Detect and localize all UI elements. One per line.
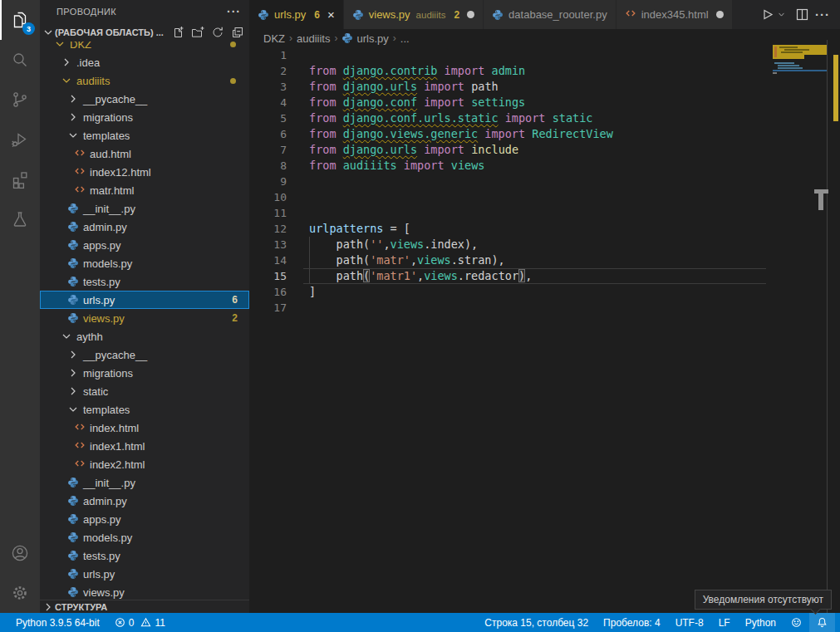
code-line-1[interactable]: 1: [249, 47, 840, 63]
code-line-3[interactable]: 3from django.urls import path: [249, 79, 840, 95]
breadcrumb-item[interactable]: DKZ: [263, 32, 285, 45]
code-line-content: [287, 300, 309, 316]
tree-item-models-py[interactable]: models.py: [40, 528, 249, 546]
split-editor-icon[interactable]: [795, 7, 809, 22]
tree-item-static[interactable]: static: [40, 382, 249, 400]
code-line-13[interactable]: 13 path('',views.index),: [249, 237, 840, 252]
code-line-content: path('',views.index),: [287, 237, 478, 252]
tree-item-DKZ[interactable]: DKZ: [40, 42, 249, 53]
tree-item-tests-py[interactable]: tests.py: [40, 272, 249, 291]
activity-bar-search[interactable]: [0, 40, 40, 80]
tab-views-py[interactable]: views.pyaudiiits2: [344, 0, 483, 29]
activity-bar-run-debug[interactable]: [0, 120, 40, 159]
activity-bar-extensions[interactable]: [0, 159, 40, 199]
activity-bar-settings[interactable]: [0, 573, 40, 613]
tab-database-roouter-py[interactable]: database_roouter.py: [484, 0, 616, 29]
tree-item-index12-html[interactable]: index12.html: [40, 163, 249, 181]
python-version-item[interactable]: Python 3.9.5 64-bit: [8, 613, 107, 632]
tree-item-index1-html[interactable]: index1.html: [40, 437, 249, 455]
tree-item-apps-py[interactable]: apps.py: [40, 236, 249, 254]
notifications-bell-item[interactable]: [809, 613, 835, 632]
new-folder-icon[interactable]: [189, 24, 206, 41]
tree-item--idea[interactable]: .idea: [40, 53, 249, 71]
editor-group: urls.py6×views.pyaudiiits2database_roout…: [249, 0, 840, 613]
line-number: 1: [249, 47, 287, 63]
tab-index345-html[interactable]: index345.html: [616, 0, 732, 29]
refresh-icon[interactable]: [209, 24, 226, 41]
tab-urls-py[interactable]: urls.py6×: [249, 0, 343, 29]
dirty-indicator-icon[interactable]: [467, 11, 474, 18]
tree-item-urls-py[interactable]: urls.py: [40, 565, 249, 583]
dirty-indicator-icon[interactable]: [716, 11, 724, 18]
code-editor[interactable]: 12from django.contrib import admin3from …: [249, 47, 840, 613]
outline-section-header[interactable]: СТРУКТУРА: [40, 600, 249, 613]
tree-item-views-py[interactable]: views.py: [40, 583, 249, 600]
breadcrumb-item[interactable]: audiiits: [297, 32, 330, 45]
tree-item--pycache-[interactable]: __pycache__: [40, 345, 249, 364]
breadcrumb: DKZ›audiiits›urls.py›...: [249, 29, 840, 47]
activity-bar-source-control[interactable]: [0, 80, 40, 120]
activity-bar-explorer[interactable]: 3: [0, 0, 40, 40]
encoding-item[interactable]: UTF-8: [668, 613, 711, 632]
code-line-16[interactable]: 16]: [249, 284, 840, 300]
tree-item-views-py[interactable]: views.py2: [40, 309, 249, 327]
tree-item-migrations[interactable]: migrations: [40, 364, 249, 382]
tree-item-tests-py[interactable]: tests.py: [40, 546, 249, 565]
line-number: 9: [249, 174, 287, 189]
tree-item-models-py[interactable]: models.py: [40, 254, 249, 272]
code-line-12[interactable]: 12urlpatterns = [: [249, 221, 840, 237]
code-line-9[interactable]: 9: [249, 174, 840, 189]
tree-item-templates[interactable]: templates: [40, 126, 249, 145]
code-line-4[interactable]: 4from django.conf import settings: [249, 95, 840, 110]
indentation-item[interactable]: Пробелов: 4: [596, 613, 668, 632]
language-mode-item[interactable]: Python: [738, 613, 784, 632]
feedback-item[interactable]: [784, 613, 809, 632]
run-dropdown-icon[interactable]: [777, 10, 786, 19]
close-icon[interactable]: ×: [327, 7, 335, 22]
tree-item-apps-py[interactable]: apps.py: [40, 510, 249, 528]
code-line-15[interactable]: 15 path('matr1',views.redactor),: [249, 268, 840, 284]
activity-bar-testing[interactable]: [0, 199, 40, 239]
sidebar-more-icon[interactable]: ···: [227, 5, 241, 18]
cursor-position-item[interactable]: Строка 15, столбец 32: [477, 613, 596, 632]
code-line-11[interactable]: 11: [249, 205, 840, 221]
new-file-icon[interactable]: [169, 24, 186, 41]
tree-item-migrations[interactable]: migrations: [40, 108, 249, 126]
code-line-5[interactable]: 5from django.conf.urls.static import sta…: [249, 110, 840, 126]
code-line-6[interactable]: 6from django.views.generic import Redire…: [249, 126, 840, 142]
code-line-10[interactable]: 10: [249, 189, 840, 205]
minimap[interactable]: [773, 42, 828, 607]
tree-item-aythh[interactable]: aythh: [40, 327, 249, 345]
tree-item-urls-py[interactable]: urls.py6: [40, 291, 249, 309]
tree-item-templates[interactable]: templates: [40, 400, 249, 419]
tree-item-matr-html[interactable]: matr.html: [40, 181, 249, 199]
tree-item-index-html[interactable]: index.html: [40, 419, 249, 437]
breadcrumb-item[interactable]: urls.py: [341, 32, 388, 45]
code-line-8[interactable]: 8from audiiits import views: [249, 158, 840, 174]
code-line-content: from django.conf.urls.static import stat…: [287, 110, 592, 126]
problems-item[interactable]: 0 11: [107, 613, 173, 632]
code-line-17[interactable]: 17: [249, 300, 840, 316]
breadcrumb-item[interactable]: ...: [400, 32, 410, 45]
collapse-all-icon[interactable]: [229, 24, 246, 41]
tree-item-index2-html[interactable]: index2.html: [40, 455, 249, 473]
tree-item-admin-py[interactable]: admin.py: [40, 492, 249, 510]
warning-icon: [140, 617, 151, 628]
activity-bar-account[interactable]: [0, 533, 40, 573]
code-line-2[interactable]: 2from django.contrib import admin: [249, 63, 840, 79]
code-line-content: from audiiits import views: [287, 158, 484, 174]
python-file-icon: [352, 9, 364, 21]
tree-item--init-py[interactable]: __init__.py: [40, 199, 249, 218]
code-line-7[interactable]: 7from django.urls import include: [249, 142, 840, 158]
run-python-file-icon[interactable]: [760, 7, 774, 22]
code-line-content: from django.views.generic import Redirec…: [287, 126, 613, 142]
editor-more-actions-icon[interactable]: ···: [812, 7, 833, 22]
code-line-14[interactable]: 14 path('matr',views.stran),: [249, 252, 840, 268]
eol-item[interactable]: LF: [711, 613, 738, 632]
tree-item-aud-html[interactable]: aud.html: [40, 145, 249, 163]
tree-item-audiiits[interactable]: audiiits: [40, 71, 249, 90]
tree-item--init-py[interactable]: __init__.py: [40, 473, 249, 492]
workspace-section-header[interactable]: (РАБОЧАЯ ОБЛАСТЬ) ...: [40, 23, 249, 42]
tree-item--pycache-[interactable]: __pycache__: [40, 90, 249, 108]
tree-item-admin-py[interactable]: admin.py: [40, 218, 249, 236]
